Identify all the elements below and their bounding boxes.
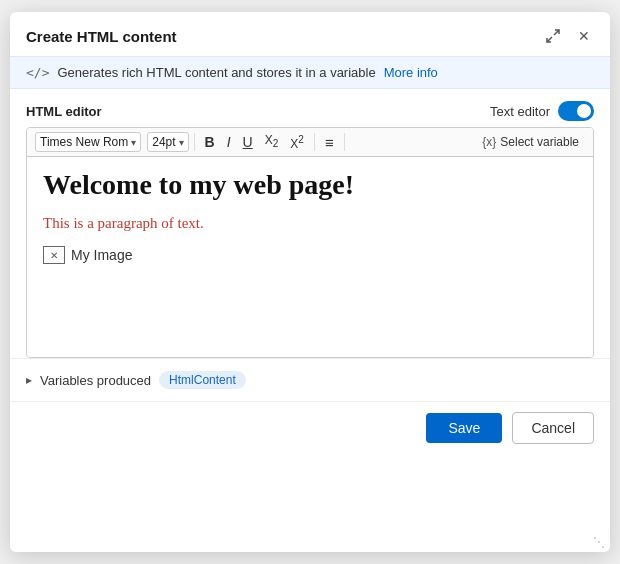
bold-button[interactable]: B [200, 133, 220, 151]
save-button[interactable]: Save [426, 413, 502, 443]
info-banner: </> Generates rich HTML content and stor… [10, 56, 610, 89]
html-editor-label: HTML editor [26, 104, 102, 119]
font-family-select[interactable]: Times New Rom ▾ [35, 132, 141, 152]
text-editor-label: Text editor [490, 104, 550, 119]
content-heading: Welcome to my web page! [43, 169, 577, 201]
select-variable-button[interactable]: {x} Select variable [476, 133, 585, 151]
dialog-title: Create HTML content [26, 28, 177, 45]
dialog: Create HTML content ✕ </> Generates rich… [10, 12, 610, 552]
variables-chevron: ▸ [26, 373, 32, 387]
text-editor-toggle-row: Text editor [490, 101, 594, 121]
superscript-button[interactable]: X2 [285, 133, 309, 152]
dialog-footer: Save Cancel [10, 401, 610, 458]
divider-3 [344, 133, 345, 151]
variables-label: Variables produced [40, 373, 151, 388]
close-icon: ✕ [578, 28, 590, 44]
font-family-value: Times New Rom [40, 135, 128, 149]
close-button[interactable]: ✕ [574, 26, 594, 46]
toolbar: Times New Rom ▾ 24pt ▾ B I U X2 X2 ≡ {x}… [27, 128, 593, 157]
subscript-button[interactable]: X2 [260, 132, 284, 151]
align-button[interactable]: ≡ [320, 133, 339, 152]
underline-button[interactable]: U [238, 133, 258, 151]
editor-area: Times New Rom ▾ 24pt ▾ B I U X2 X2 ≡ {x}… [26, 127, 594, 358]
image-placeholder [43, 246, 65, 264]
banner-text: Generates rich HTML content and stores i… [57, 65, 375, 80]
content-paragraph: This is a paragraph of text. [43, 215, 577, 232]
variable-badge: HtmlContent [159, 371, 246, 389]
more-info-link[interactable]: More info [384, 65, 438, 80]
variables-row[interactable]: ▸ Variables produced HtmlContent [10, 358, 610, 401]
divider-2 [314, 133, 315, 151]
code-icon: </> [26, 65, 49, 80]
cancel-button[interactable]: Cancel [512, 412, 594, 444]
dialog-header: Create HTML content ✕ [10, 12, 610, 56]
resize-handle: ⋱ [593, 535, 605, 549]
font-size-select[interactable]: 24pt ▾ [147, 132, 188, 152]
font-family-chevron: ▾ [131, 137, 136, 148]
text-editor-toggle[interactable] [558, 101, 594, 121]
select-variable-label: Select variable [500, 135, 579, 149]
variable-icon: {x} [482, 135, 496, 149]
italic-button[interactable]: I [222, 133, 236, 151]
content-area[interactable]: Welcome to my web page! This is a paragr… [27, 157, 593, 357]
section-label-row: HTML editor Text editor [10, 89, 610, 127]
font-size-chevron: ▾ [179, 137, 184, 148]
content-image-row: My Image [43, 246, 577, 264]
divider-1 [194, 133, 195, 151]
expand-button[interactable] [542, 27, 564, 45]
font-size-value: 24pt [152, 135, 175, 149]
image-label: My Image [71, 247, 132, 263]
header-actions: ✕ [542, 26, 594, 46]
